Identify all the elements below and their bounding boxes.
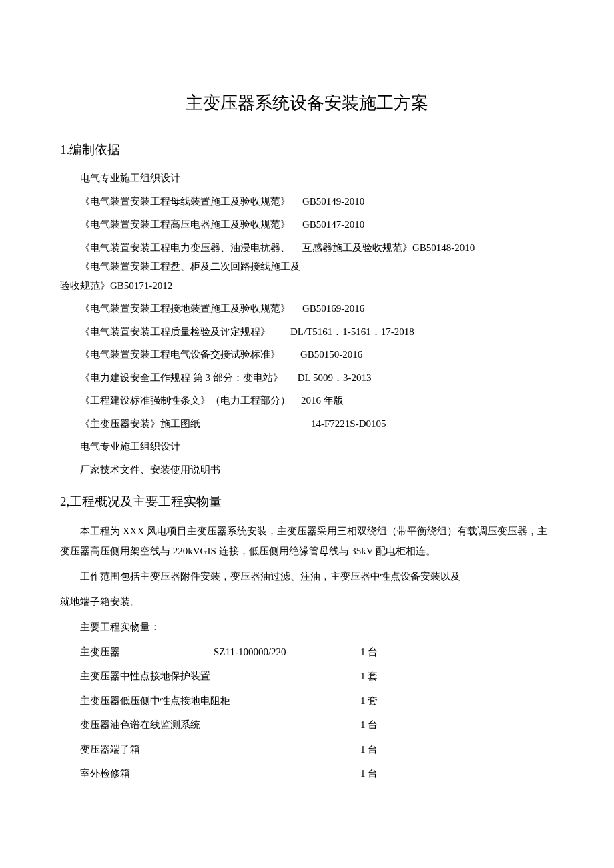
qty-item: 主变压器中性点接地保护装置 1 套 xyxy=(60,667,554,686)
ref-name: 《电气装置安装工程高压电器施工及验收规范》 xyxy=(80,215,290,234)
section-heading-2: 2,工程概况及主要工程实物量 xyxy=(60,490,554,514)
ref-name: 《电气装置安装工程质量检验及评定规程》 xyxy=(80,322,270,342)
qty-count: 1 套 xyxy=(360,667,400,686)
qty-item: 变压器油色谱在线监测系统 1 台 xyxy=(60,715,554,735)
ref-item-plain: 电气专业施工组织设计 xyxy=(60,437,554,456)
qty-count: 1 套 xyxy=(360,691,400,711)
ref-item: 《电气装置安装工程母线装置施工及验收规范》 GB50149-2010 xyxy=(60,192,554,211)
ref-name: 《工程建设标准强制性条文》（电力工程部分） xyxy=(80,391,290,410)
overview-paragraph: 就地端子箱安装。 xyxy=(60,592,554,612)
qty-model: SZ11-100000/220 xyxy=(214,642,360,662)
ref-code-part: 互感器施工及验收规范》GB50148-2010 xyxy=(302,238,475,258)
ref-name-part: 验收规范》GB50171-2012 xyxy=(60,276,554,296)
qty-name: 变压器油色谱在线监测系统 xyxy=(80,715,360,735)
ref-code: GB50149-2010 xyxy=(302,192,364,211)
ref-intro: 电气专业施工组织设计 xyxy=(60,169,554,188)
ref-item: 《电气装置安装工程高压电器施工及验收规范》 GB50147-2010 xyxy=(60,215,554,234)
ref-item: 《电气装置安装工程电气设备交接试验标准》 GB50150-2016 xyxy=(60,345,554,364)
qty-name: 主变压器 xyxy=(80,642,214,662)
qty-count: 1 台 xyxy=(360,715,400,735)
qty-name: 室外检修箱 xyxy=(80,764,360,783)
ref-item: 《主变压器安装》施工图纸 14-F7221S-D0105 xyxy=(60,414,554,434)
qty-item: 变压器端子箱 1 台 xyxy=(60,740,554,759)
ref-code: GB50147-2010 xyxy=(302,215,364,234)
ref-code: 2016 年版 xyxy=(301,391,344,410)
page-title: 主变压器系统设备安装施工方案 xyxy=(60,87,554,119)
qty-item: 主变压器低压侧中性点接地电阻柜 1 套 xyxy=(60,691,554,711)
qty-count: 1 台 xyxy=(360,740,400,759)
ref-name-part: 《电气装置安装工程盘、柜及二次回路接线施工及 xyxy=(60,257,554,276)
ref-name: 《电气装置安装工程电气设备交接试验标准》 xyxy=(80,345,280,364)
ref-item-plain: 厂家技术文件、安装使用说明书 xyxy=(60,460,554,480)
ref-code: 14-F7221S-D0105 xyxy=(311,414,386,434)
ref-name: 《电气装置安装工程接地装置施工及验收规范》 xyxy=(80,299,290,318)
ref-item: 《电气装置安装工程质量检验及评定规程》 DL/T5161．1-5161．17-2… xyxy=(60,322,554,342)
qty-name: 主变压器中性点接地保护装置 xyxy=(80,667,360,686)
ref-code: DL 5009．3-2013 xyxy=(298,368,372,388)
qty-count: 1 台 xyxy=(360,764,400,783)
ref-name: 《电力建设安全工作规程 第 3 部分：变电站》 xyxy=(80,368,283,388)
overview-paragraph: 本工程为 XXX 风电项目主变压器系统安装，主变压器采用三相双绕组（带平衡绕组）… xyxy=(60,521,554,561)
qty-name: 主变压器低压侧中性点接地电阻柜 xyxy=(80,691,360,711)
overview-paragraph: 工作范围包括主变压器附件安装，变压器油过滤、注油，主变压器中性点设备安装以及 xyxy=(60,566,554,586)
ref-name: 《电气装置安装工程母线装置施工及验收规范》 xyxy=(80,192,290,211)
ref-item: 《电力建设安全工作规程 第 3 部分：变电站》 DL 5009．3-2013 xyxy=(60,368,554,388)
qty-name: 变压器端子箱 xyxy=(80,740,360,759)
ref-code: DL/T5161．1-5161．17-2018 xyxy=(290,322,414,342)
ref-name: 《主变压器安装》施工图纸 xyxy=(80,414,311,434)
section-heading-1: 1.编制依据 xyxy=(60,138,554,162)
qty-count: 1 台 xyxy=(360,642,400,662)
qty-item: 主变压器 SZ11-100000/220 1 台 xyxy=(60,642,554,662)
ref-code: GB50150-2016 xyxy=(300,345,362,364)
ref-item: 《电气装置安装工程接地装置施工及验收规范》 GB50169-2016 xyxy=(60,299,554,318)
ref-code: GB50169-2016 xyxy=(302,299,364,318)
qty-heading: 主要工程实物量： xyxy=(60,617,554,637)
ref-item: 《工程建设标准强制性条文》（电力工程部分） 2016 年版 xyxy=(60,391,554,410)
qty-item: 室外检修箱 1 台 xyxy=(60,764,554,783)
document-page: 主变压器系统设备安装施工方案 1.编制依据 电气专业施工组织设计 《电气装置安装… xyxy=(0,0,614,829)
ref-name-part: 《电气装置安装工程电力变压器、油浸电抗器、 xyxy=(80,238,290,258)
ref-item-wrapped: 《电气装置安装工程电力变压器、油浸电抗器、 互感器施工及验收规范》GB50148… xyxy=(60,238,554,296)
